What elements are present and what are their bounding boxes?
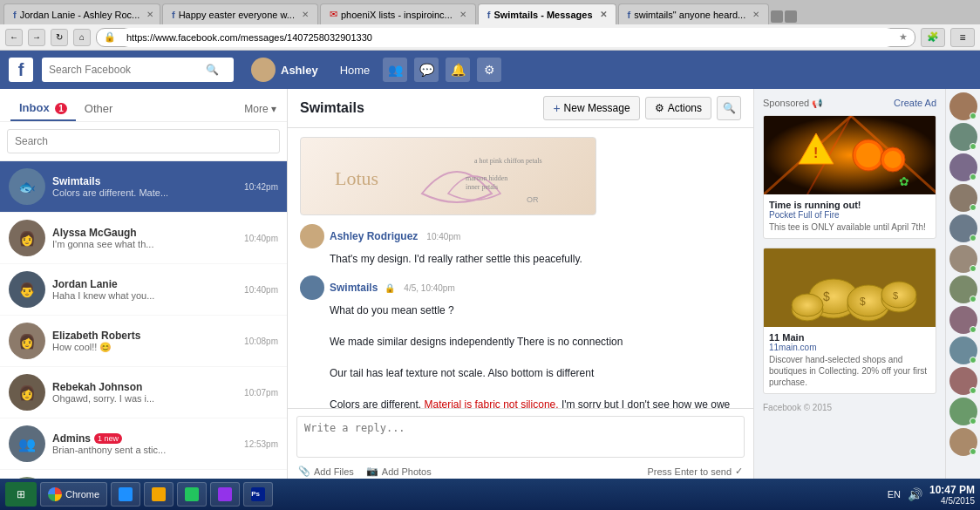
add-photos-button[interactable]: 📷 Add Photos [366, 466, 432, 477]
taskbar: ⊞ Chrome Ps EN 🔊 10:47 PM 4/5/2015 [0, 479, 980, 510]
create-ad-link[interactable]: Create Ad [894, 98, 936, 108]
minimize-btn[interactable] [771, 10, 783, 23]
new-message-button[interactable]: + New Message [543, 96, 639, 120]
online-user-4[interactable] [949, 184, 977, 212]
conv-avatar-elizabeth: 👩 [9, 323, 45, 359]
inbox-tab-inbox[interactable]: Inbox 1 [10, 96, 76, 121]
conversation-item-rebekah[interactable]: 👩 Rebekah Johnson Ohgawd, sorry. I was i… [0, 367, 287, 418]
online-user-2[interactable] [949, 123, 977, 151]
taskbar-time: 10:47 PM [929, 484, 975, 496]
taskbar-app-photoshop[interactable]: Ps [243, 482, 273, 507]
tab-close-2[interactable]: ✕ [302, 10, 309, 19]
sponsored-label: Sponsored 📢 [763, 98, 822, 108]
taskbar-volume-icon[interactable]: 🔊 [908, 487, 922, 501]
inbox-search-input[interactable] [7, 129, 280, 153]
inbox-more-btn[interactable]: More ▾ [244, 103, 276, 115]
conv-name-admins: Admins [52, 432, 91, 445]
conversation-item-elizabeth[interactable]: 👩 Elizabeth Roberts How cool!! 😊 10:08pm [0, 316, 287, 367]
online-dot-8 [970, 326, 977, 333]
conv-time-alyssa: 10:40pm [244, 234, 278, 243]
extensions-btn[interactable]: 🧩 [921, 28, 945, 47]
conv-name-rebekah: Rebekah Johnson [52, 381, 237, 393]
reply-textarea[interactable] [296, 416, 745, 458]
conversation-item-swimtails[interactable]: 🐟 Swimtails Colors are different. Mate..… [0, 161, 287, 213]
message-bubble-ashley: Ashley Rodriguez 10:40pm That's my desig… [300, 224, 741, 267]
home-link[interactable]: Home [340, 64, 371, 77]
online-user-9[interactable] [949, 337, 977, 364]
messages-icon-btn[interactable]: 💬 [414, 58, 439, 82]
camera-icon: 📷 [366, 466, 378, 477]
online-user-8[interactable] [949, 306, 977, 334]
online-user-7[interactable] [949, 275, 977, 303]
conv-avatar-jordan: 👨 [9, 271, 45, 308]
conv-preview-admins: Brian-anthony sent a stic... [52, 445, 237, 455]
svg-point-12 [856, 143, 881, 167]
conversation-item-jordan[interactable]: 👨 Jordan Lanie Haha I knew what you... 1… [0, 264, 287, 316]
taskbar-app-folder[interactable] [144, 482, 174, 507]
msg-sender-name-swimtails: Swimtails [330, 282, 378, 294]
conversation-item-alyssa[interactable]: 👩 Alyssa McGaugh I'm gonna see what th..… [0, 213, 287, 264]
forward-button[interactable]: → [28, 29, 45, 46]
online-user-1[interactable] [949, 92, 977, 120]
refresh-button[interactable]: ↻ [51, 29, 68, 46]
online-user-12[interactable] [949, 428, 977, 456]
browser-tab-1[interactable]: f Jordan Lanie - Ashley Roc... ✕ [3, 3, 160, 24]
ads-header: Sponsored 📢 Create Ad [763, 98, 936, 108]
conv-time-elizabeth: 10:08pm [244, 337, 278, 346]
add-files-button[interactable]: 📎 Add Files [298, 466, 354, 477]
conv-preview-swimtails: Colors are different. Mate... [52, 187, 237, 198]
photoshop-icon: Ps [251, 487, 265, 501]
message-search-button[interactable]: 🔍 [717, 96, 741, 120]
online-user-11[interactable] [949, 398, 977, 425]
taskbar-right: EN 🔊 10:47 PM 4/5/2015 [888, 484, 975, 506]
tab-close-3[interactable]: ✕ [459, 10, 466, 19]
svg-rect-5 [764, 116, 936, 194]
actions-button[interactable]: ⚙ Actions [645, 97, 711, 119]
facebook-header: f 🔍 Ashley Home 👥 💬 🔔 ⚙ [0, 51, 980, 89]
notifications-icon-btn[interactable]: 🔔 [446, 58, 470, 82]
settings-icon-btn[interactable]: ⚙ [477, 58, 501, 82]
conv-avatar-admins: 👥 [9, 425, 45, 462]
fb-footer: Facebook © 2015 [763, 403, 936, 412]
online-user-10[interactable] [949, 367, 977, 395]
chrome-icon [48, 487, 62, 501]
browser-tab-4[interactable]: f Swimtails - Messages ✕ [478, 3, 616, 24]
close-window-btn[interactable] [785, 10, 797, 23]
home-button[interactable]: ⌂ [73, 29, 91, 46]
taskbar-app-explorer[interactable] [111, 482, 140, 507]
online-user-3[interactable] [949, 153, 977, 181]
browser-tab-3[interactable]: ✉ phoeniX lists - inspiroinc... ✕ [320, 3, 476, 24]
online-dot-3 [970, 173, 977, 180]
ad-image-svg-2: $ $ $ [764, 248, 936, 327]
inbox-search-container [0, 122, 287, 161]
facebook-search-input[interactable] [49, 64, 206, 76]
tab-close-4[interactable]: ✕ [600, 10, 607, 19]
folder-icon [152, 487, 166, 501]
friends-icon-btn[interactable]: 👥 [383, 58, 407, 82]
conversation-item-admins[interactable]: 👥 Admins 1 new Brian-anthony sent a stic… [0, 418, 287, 470]
tab-close-1[interactable]: ✕ [146, 10, 153, 19]
taskbar-app-media[interactable] [177, 482, 207, 507]
msg-time-ashley: 10:40pm [426, 232, 460, 241]
online-user-5[interactable] [949, 214, 977, 242]
taskbar-start-button[interactable]: ⊞ [5, 482, 37, 507]
svg-text:!: ! [813, 146, 818, 160]
taskbar-app-5[interactable] [210, 482, 240, 507]
conv-avatar-rebekah: 👩 [9, 374, 45, 411]
paperclip-icon: 📎 [298, 466, 310, 477]
browser-tab-5[interactable]: f swimtails" anyone heard... ✕ [618, 3, 770, 24]
online-user-6[interactable] [949, 245, 977, 273]
menu-button[interactable]: ≡ [950, 28, 975, 47]
svg-point-14 [884, 151, 902, 168]
browser-tab-2[interactable]: f Happy easter everyone w... ✕ [162, 3, 318, 24]
inbox-tab-other[interactable]: Other [76, 97, 122, 120]
url-input[interactable] [119, 28, 895, 47]
taskbar-app-chrome[interactable]: Chrome [40, 482, 107, 507]
msg-avatar-ashley [300, 224, 324, 248]
ad-subtitle-2: 11main.com [769, 343, 930, 352]
msg-sender-row-ashley: Ashley Rodriguez 10:40pm [300, 224, 741, 248]
back-button[interactable]: ← [5, 29, 23, 46]
gear-icon: ⚙ [655, 102, 664, 114]
tab-close-5[interactable]: ✕ [752, 10, 759, 19]
conv-info-swimtails: Swimtails Colors are different. Mate... [52, 175, 237, 198]
